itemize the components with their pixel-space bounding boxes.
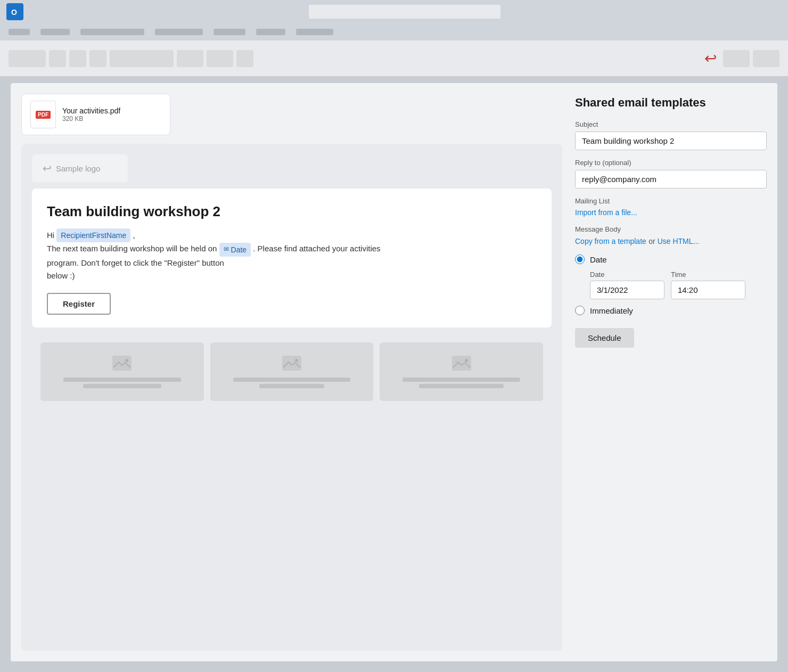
date-input[interactable]	[590, 281, 664, 299]
ribbon-btn-3[interactable]	[69, 50, 86, 67]
email-body-card: Team building workshop 2 Hi RecipientFir…	[32, 189, 552, 327]
reply-to-input[interactable]	[575, 170, 767, 189]
use-html-link[interactable]: Use HTML...	[658, 237, 700, 245]
immediately-label: Immediately	[590, 306, 633, 315]
ribbon-btn-8[interactable]	[236, 50, 253, 67]
caption-lines-3	[396, 378, 527, 388]
recipient-first-name-tag: RecipientFirstName	[56, 228, 130, 242]
menu-help[interactable]	[296, 29, 333, 35]
subject-input[interactable]	[575, 132, 767, 150]
image-icon-2	[282, 356, 301, 374]
tag-first-name-label: RecipientFirstName	[61, 230, 126, 241]
date-tag-icon: ✉	[224, 244, 229, 255]
date-input-label: Date	[590, 271, 664, 278]
date-radio-label: Date	[590, 255, 607, 264]
ribbon-btn-9[interactable]	[723, 50, 750, 67]
attachment-size: 320 KB	[62, 115, 120, 122]
left-panel: PDF Your activities.pdf 320 KB ↩ Sample …	[21, 94, 562, 651]
images-row	[32, 334, 552, 409]
schedule-button[interactable]: Schedule	[575, 328, 634, 348]
ribbon-btn-10[interactable]	[753, 50, 779, 67]
body-line2: . Please find attached your activities	[253, 244, 380, 253]
email-body-text: Hi RecipientFirstName , The next team bu…	[47, 228, 537, 282]
import-from-file-link[interactable]: Import from a file...	[575, 208, 767, 217]
time-input[interactable]	[671, 281, 745, 299]
date-tag: ✉ Date	[219, 243, 251, 257]
schedule-section: Date Date Time Immediately Schedule	[575, 255, 767, 348]
ribbon-btn-6[interactable]	[177, 50, 203, 67]
ribbon-group-right: ↩	[701, 49, 779, 68]
panel-title: Shared email templates	[575, 96, 767, 110]
ribbon-group-1	[9, 50, 253, 67]
main-area: PDF Your activities.pdf 320 KB ↩ Sample …	[11, 83, 777, 661]
app-icon: O	[6, 3, 23, 20]
date-radio[interactable]	[575, 255, 585, 264]
menu-format[interactable]	[214, 29, 245, 35]
svg-rect-6	[452, 356, 471, 371]
subject-group: Subject	[575, 120, 767, 150]
logo-placeholder-text: Sample logo	[56, 164, 100, 173]
register-button[interactable]: Register	[47, 293, 111, 315]
ribbon: ↩	[0, 40, 788, 77]
datetime-row: Date Time	[590, 271, 767, 299]
message-body-links: Copy from a template or Use HTML...	[575, 236, 767, 246]
body-line4: below :)	[47, 271, 75, 280]
menu-view[interactable]	[80, 29, 144, 35]
ribbon-btn-1[interactable]	[9, 50, 46, 67]
ribbon-btn-7[interactable]	[207, 50, 233, 67]
ribbon-btn-5[interactable]	[110, 50, 174, 67]
menu-insert[interactable]	[155, 29, 203, 35]
email-preview: ↩ Sample logo Team building workshop 2 H…	[21, 144, 562, 651]
image-icon-1	[112, 356, 132, 374]
right-panel: Shared email templates Subject Reply to …	[575, 94, 767, 651]
or-separator: or	[649, 237, 657, 245]
immediately-radio[interactable]	[575, 306, 585, 315]
body-line3: program. Don't forget to click the "Regi…	[47, 258, 224, 267]
ribbon-btn-2[interactable]	[49, 50, 66, 67]
svg-point-3	[125, 359, 128, 362]
greeting-text: Hi	[47, 231, 54, 240]
time-input-label: Time	[671, 271, 745, 278]
caption-line-3a	[403, 378, 520, 382]
date-group: Date	[590, 271, 664, 299]
image-placeholder-3	[380, 342, 543, 401]
svg-point-5	[295, 359, 298, 362]
reply-to-label: Reply to (optional)	[575, 159, 767, 167]
message-body-group: Message Body Copy from a template or Use…	[575, 225, 767, 246]
image-placeholder-2	[210, 342, 374, 401]
caption-line-2b	[259, 384, 325, 388]
menu-file[interactable]	[9, 29, 30, 35]
svg-rect-2	[112, 356, 132, 371]
immediately-radio-row: Immediately	[575, 306, 767, 315]
caption-line-2a	[233, 378, 351, 382]
logo-arrow-icon: ↩	[43, 162, 52, 175]
pdf-badge: PDF	[36, 111, 51, 119]
attachment-card: PDF Your activities.pdf 320 KB	[21, 94, 170, 135]
caption-lines-2	[226, 378, 357, 388]
menu-tools[interactable]	[256, 29, 285, 35]
pdf-icon: PDF	[30, 101, 56, 128]
reply-icon[interactable]: ↩	[701, 49, 720, 68]
time-group: Time	[671, 271, 745, 299]
message-body-label: Message Body	[575, 225, 767, 233]
caption-lines-1	[57, 378, 187, 388]
date-tag-label: Date	[231, 244, 247, 256]
svg-point-7	[465, 359, 468, 362]
subject-label: Subject	[575, 120, 767, 128]
date-radio-row: Date	[575, 255, 767, 264]
ribbon-btn-4[interactable]	[89, 50, 106, 67]
copy-from-template-link[interactable]: Copy from a template	[575, 237, 646, 245]
svg-rect-4	[282, 356, 301, 371]
image-icon-3	[452, 356, 471, 374]
attachment-info: Your activities.pdf 320 KB	[62, 106, 120, 122]
image-placeholder-1	[40, 342, 204, 401]
title-bar: O	[0, 0, 788, 23]
reply-to-group: Reply to (optional)	[575, 159, 767, 189]
comma-text: ,	[133, 231, 135, 240]
logo-placeholder: ↩ Sample logo	[32, 154, 128, 182]
caption-line-1b	[83, 384, 161, 388]
menu-edit[interactable]	[40, 29, 70, 35]
title-bar-search[interactable]	[309, 5, 500, 19]
attachment-name: Your activities.pdf	[62, 106, 120, 115]
menu-bar	[0, 23, 788, 40]
